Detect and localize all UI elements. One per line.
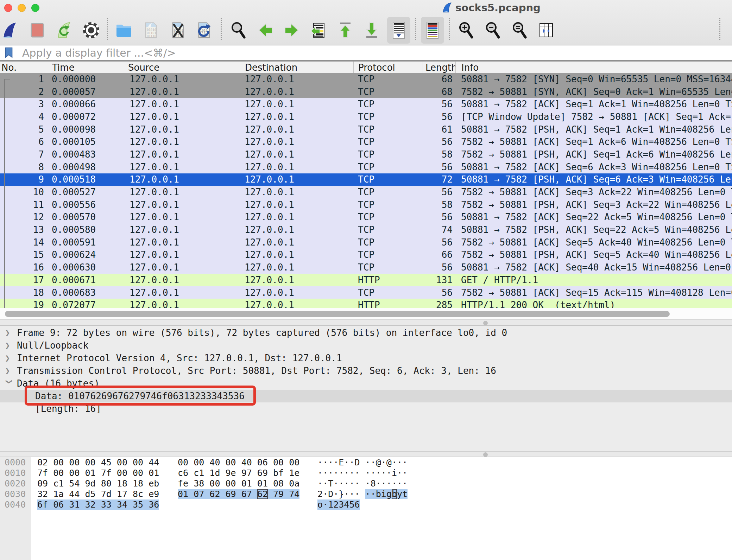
find-packet-button[interactable] bbox=[227, 17, 250, 44]
packet-row[interactable]: 120.000570127.0.0.1127.0.0.1TCP5650881 →… bbox=[0, 211, 732, 224]
go-to-top-button[interactable] bbox=[334, 17, 357, 44]
packet-row[interactable]: 180.000683127.0.0.1127.0.0.1TCP567582 → … bbox=[0, 286, 732, 299]
packet-cell: 19 bbox=[0, 299, 47, 308]
restart-capture-button[interactable] bbox=[52, 17, 76, 44]
packet-cell: 127.0.0.1 bbox=[124, 186, 239, 198]
wireshark-fin-button[interactable] bbox=[0, 17, 22, 44]
traffic-light-close[interactable] bbox=[4, 4, 12, 12]
packet-cell: 50881 → 7582 [ACK] Seq=22 Ack=5 Win=4082… bbox=[455, 211, 732, 224]
detail-text: Data: 01076269676279746f06313233343536 bbox=[35, 391, 245, 401]
go-to-bottom-button[interactable] bbox=[360, 17, 383, 44]
traffic-light-zoom[interactable] bbox=[31, 4, 39, 12]
horizontal-scrollbar-handle[interactable] bbox=[5, 311, 670, 317]
window-title-group: socks5.pcapng bbox=[442, 1, 541, 14]
stop-capture-button[interactable] bbox=[26, 17, 49, 44]
detail-line[interactable]: ❯Internet Protocol Version 4, Src: 127.0… bbox=[0, 352, 732, 364]
column-header-source[interactable]: Source bbox=[124, 62, 239, 73]
packet-row[interactable]: 30.000066127.0.0.1127.0.0.1TCP5650881 → … bbox=[0, 98, 732, 110]
column-header-length[interactable]: Length bbox=[423, 62, 455, 73]
go-back-button[interactable] bbox=[254, 17, 277, 44]
colorize-packets-button[interactable] bbox=[421, 17, 444, 44]
reload-file-button[interactable]: 1010 110 01110 bbox=[193, 17, 216, 44]
packet-cell: 127.0.0.1 bbox=[124, 236, 239, 249]
packet-cell: 58 bbox=[423, 198, 455, 211]
detail-text: Data (16 bytes) bbox=[17, 378, 100, 389]
close-file-button[interactable]: 01010 01101 01110 bbox=[166, 17, 190, 44]
auto-scroll-button[interactable] bbox=[387, 17, 410, 44]
packet-row[interactable]: 190.072077127.0.0.1127.0.0.1HTTP285HTTP/… bbox=[0, 299, 732, 308]
resize-columns-button[interactable] bbox=[535, 17, 558, 44]
splitter-grip-icon[interactable] bbox=[483, 452, 488, 457]
packet-row[interactable]: 10.000000127.0.0.1127.0.0.1TCP6850881 → … bbox=[0, 73, 732, 85]
packet-cell: 14 bbox=[0, 236, 47, 249]
detail-line[interactable]: ❯Null/Loopback bbox=[0, 339, 732, 352]
hex-row[interactable]: 00406f 06 31 32 33 34 35 36o·123456 bbox=[0, 499, 732, 510]
column-header-destination[interactable]: Destination bbox=[239, 62, 353, 73]
detail-text: Transmission Control Protocol, Src Port:… bbox=[17, 365, 496, 376]
splitter-grip-icon[interactable] bbox=[483, 321, 488, 325]
packet-cell: 7582 → 50881 [ACK] Seq=1 Ack=6 Win=40825… bbox=[455, 135, 732, 148]
packet-cell: TCP bbox=[353, 110, 423, 123]
hex-ascii: ··T····· ·8······ bbox=[317, 478, 408, 489]
packet-cell: 56 bbox=[423, 186, 455, 198]
packet-cell: 0.000527 bbox=[47, 186, 124, 198]
packet-cell: 0.000498 bbox=[47, 161, 124, 173]
packet-row[interactable]: 110.000556127.0.0.1127.0.0.1TCP587582 → … bbox=[0, 198, 732, 211]
hex-row[interactable]: 002009 c1 54 9d 80 18 18 ebfe 38 00 00 0… bbox=[0, 478, 732, 489]
packet-row[interactable]: 80.000498127.0.0.1127.0.0.1TCP5650881 → … bbox=[0, 161, 732, 173]
detail-line[interactable]: [Length: 16] bbox=[0, 402, 732, 415]
packet-cell: 56 bbox=[423, 135, 455, 148]
column-header-protocol[interactable]: Protocol bbox=[353, 62, 423, 73]
packet-row[interactable]: 150.000624127.0.0.1127.0.0.1TCP667582 → … bbox=[0, 249, 732, 261]
go-forward-button[interactable] bbox=[280, 17, 303, 44]
column-header-info[interactable]: Info bbox=[455, 62, 732, 73]
go-to-packet-button[interactable] bbox=[307, 17, 330, 44]
packet-row[interactable]: 130.000580127.0.0.1127.0.0.1TCP7450881 →… bbox=[0, 223, 732, 236]
packet-cell: 7 bbox=[0, 148, 47, 161]
expander-closed-icon[interactable]: ❯ bbox=[5, 341, 13, 350]
packet-cell: 2 bbox=[0, 85, 47, 98]
packet-row[interactable]: 40.000072127.0.0.1127.0.0.1TCP56[TCP Win… bbox=[0, 110, 732, 123]
expander-open-icon[interactable]: ❯ bbox=[5, 379, 13, 388]
detail-line[interactable]: ❯Transmission Control Protocol, Src Port… bbox=[0, 364, 732, 377]
traffic-light-minimize[interactable] bbox=[18, 4, 26, 12]
expander-closed-icon[interactable]: ❯ bbox=[5, 329, 13, 337]
packet-cell: 127.0.0.1 bbox=[124, 274, 239, 286]
detail-line[interactable]: ❯Data (16 bytes) bbox=[0, 377, 732, 390]
hex-row[interactable]: 000002 00 00 00 45 00 00 4400 00 40 00 4… bbox=[0, 457, 732, 468]
zoom-out-button[interactable] bbox=[481, 17, 505, 44]
open-file-button[interactable] bbox=[112, 17, 135, 44]
packet-row[interactable]: 70.000483127.0.0.1127.0.0.1TCP587582 → 5… bbox=[0, 148, 732, 161]
expander-closed-icon[interactable]: ❯ bbox=[5, 367, 13, 375]
packet-row[interactable]: 100.000527127.0.0.1127.0.0.1TCP567582 → … bbox=[0, 186, 732, 198]
column-header-no[interactable]: No. bbox=[0, 62, 47, 73]
packet-row[interactable]: 50.000098127.0.0.1127.0.0.1TCP6150881 → … bbox=[0, 123, 732, 136]
packet-row[interactable]: 20.000057127.0.0.1127.0.0.1TCP687582 → 5… bbox=[0, 85, 732, 98]
hex-row[interactable]: 003032 1a 44 d5 7d 17 8c e901 07 62 69 6… bbox=[0, 489, 732, 499]
hex-bytes-group: c6 c1 1d 9e 97 69 bf 1e bbox=[178, 468, 299, 478]
expander-closed-icon[interactable]: ❯ bbox=[5, 354, 13, 362]
pane-splitter-bottom[interactable] bbox=[0, 451, 732, 457]
packet-cell: 127.0.0.1 bbox=[239, 73, 353, 85]
packet-cell: TCP bbox=[353, 148, 423, 161]
detail-line[interactable]: ❯Frame 9: 72 bytes on wire (576 bits), 7… bbox=[0, 326, 732, 339]
zoom-in-button[interactable] bbox=[455, 17, 478, 44]
toolbar-separator bbox=[221, 18, 222, 40]
packet-row[interactable]: 90.000518127.0.0.1127.0.0.1TCP7250881 → … bbox=[0, 173, 732, 186]
packet-cell: 61 bbox=[423, 123, 455, 136]
packet-row[interactable]: 160.000630127.0.0.1127.0.0.1TCP5650881 →… bbox=[0, 261, 732, 274]
detail-line[interactable]: Data: 01076269676279746f06313233343536 bbox=[0, 390, 732, 402]
pane-splitter-top[interactable] bbox=[0, 319, 732, 326]
filter-bookmark-icon[interactable] bbox=[4, 47, 13, 58]
packet-row[interactable]: 60.000105127.0.0.1127.0.0.1TCP567582 → 5… bbox=[0, 135, 732, 148]
packet-row[interactable]: 170.000671127.0.0.1127.0.0.1HTTP131GET /… bbox=[0, 274, 732, 286]
hex-row[interactable]: 00107f 00 00 01 7f 00 00 01c6 c1 1d 9e 9… bbox=[0, 468, 732, 478]
save-file-button[interactable]: 01010 01101 01110 bbox=[139, 17, 163, 44]
display-filter-input[interactable] bbox=[17, 46, 732, 59]
capture-options-button[interactable] bbox=[80, 17, 103, 44]
column-header-time[interactable]: Time bbox=[47, 62, 124, 73]
packet-row[interactable]: 140.000591127.0.0.1127.0.0.1TCP567582 → … bbox=[0, 236, 732, 249]
packet-cell: 127.0.0.1 bbox=[239, 173, 353, 186]
packet-cell: 9 bbox=[0, 173, 47, 186]
zoom-reset-button[interactable] bbox=[508, 17, 531, 44]
